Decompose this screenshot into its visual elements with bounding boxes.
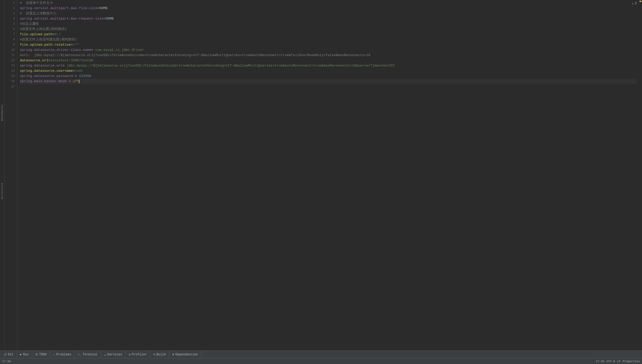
status-line-separator: LF <box>617 360 621 363</box>
run-icon: ▶ <box>20 353 22 356</box>
toolbar-item-git[interactable]: ⎇Git <box>0 351 17 358</box>
right-margin: ⚠ 2 <box>637 0 642 350</box>
toolbar-item-todo[interactable]: ☰TODO <box>32 351 50 358</box>
warning-badge: ⚠ 2 <box>632 1 637 5</box>
code-line-1[interactable]: # 设置单个文件大小 <box>20 1 637 6</box>
run-label: Run <box>23 353 29 356</box>
bookmarks-label[interactable]: Bookmarks <box>1 104 4 121</box>
code-area[interactable]: # 设置单个文件大小spring.servlet.multipart.max-f… <box>17 0 637 350</box>
line-number-13: 13 <box>5 63 15 68</box>
toolbar-item-services[interactable]: ☁Services <box>101 351 126 358</box>
line-number-6: 6 <box>5 27 15 32</box>
services-icon: ☁ <box>104 353 106 356</box>
profiler-icon: ◎ <box>129 353 131 356</box>
line-number-12: 12 <box>5 58 15 63</box>
status-bar: 17:30 17:35 UTF-8 LF Properties <box>0 358 642 364</box>
code-line-17[interactable]: spring.main.banner-mode = off <box>20 79 637 84</box>
code-line-4[interactable]: spring.servlet.multipart.max-request-siz… <box>20 16 637 21</box>
code-line-11[interactable]: spring.datasource.driver-class-name= com… <box>20 47 637 53</box>
line-number-5: 5 <box>5 21 15 27</box>
code-line-7[interactable]: #设置文件上传位置(绝对路径) <box>20 27 637 32</box>
terminal-label: Terminal <box>83 353 98 356</box>
code-line-13[interactable]: datasource.url=localhost:3306/testdb <box>20 58 637 63</box>
line-number-17: 17 <box>5 84 15 89</box>
line-number-8: 8 <box>5 37 15 42</box>
line-number-10: 10 <box>5 47 15 53</box>
services-label: Services <box>107 353 122 356</box>
code-line-12[interactable]: #url: jdbc:mysql://${datasource.url}?use… <box>20 53 637 58</box>
toolbar-item-run[interactable]: ▶Run <box>17 351 32 358</box>
line-number-15: 15 <box>5 74 15 79</box>
line-number-9: 9 <box>5 42 15 47</box>
line-number-16: 16 <box>5 79 15 84</box>
todo-label: TODO <box>39 353 47 356</box>
build-label: Build <box>156 353 166 356</box>
line-number-3: 3 <box>5 11 15 16</box>
git-label: Git <box>8 353 14 356</box>
status-encoding: UTF-8 <box>606 360 615 363</box>
left-sidebar: Bookmarks Structure <box>0 0 5 350</box>
status-column-info: 17:35 <box>596 360 604 363</box>
code-line-16[interactable]: spring.datasource.password-= 123456 <box>20 74 637 79</box>
toolbar-item-build[interactable]: ⚒Build <box>150 351 169 358</box>
profiler-label: Profiler <box>132 353 147 356</box>
todo-icon: ☰ <box>35 353 38 356</box>
status-right: 17:35 UTF-8 LF Properties <box>596 360 640 363</box>
bottom-toolbar: ⎇Git▶Run☰TODO⚠Problems>_Terminal☁Service… <box>0 350 642 358</box>
line-number-2: 2 <box>5 6 15 11</box>
git-icon: ⎇ <box>3 353 7 356</box>
build-icon: ⚒ <box>153 353 155 356</box>
code-line-2[interactable]: spring.servlet.multipart.max-file-size=5… <box>20 6 637 11</box>
toolbar-item-terminal[interactable]: >_Terminal <box>75 351 101 358</box>
dependencies-icon: ⊞ <box>172 353 174 356</box>
code-line-8[interactable]: file.upload.path=d:/ <box>20 32 637 37</box>
line-numbers: 1234567891011121314151617 <box>5 0 17 350</box>
status-time: 17:30 <box>2 360 11 363</box>
line-number-1: 1 <box>5 1 15 6</box>
line-number-7: 7 <box>5 32 15 37</box>
line-number-14: 14 <box>5 68 15 74</box>
code-line-15[interactable]: spring.datasource.username=root <box>20 68 637 74</box>
code-line-10[interactable]: file.upload.path.relative=/** <box>20 42 637 47</box>
toolbar-item-problems[interactable]: ⚠Problems <box>50 351 75 358</box>
terminal-icon: >_ <box>78 353 81 356</box>
status-file-type: Properties <box>623 360 640 363</box>
problems-icon: ⚠ <box>53 353 55 356</box>
warning-scroll-marker <box>639 1 641 2</box>
problems-label: Problems <box>56 353 71 356</box>
dependencies-label: Dependencies <box>175 353 198 356</box>
toolbar-item-profiler[interactable]: ◎Profiler <box>126 351 150 358</box>
status-left: 17:30 <box>2 360 11 363</box>
structure-label[interactable]: Structure <box>1 183 4 199</box>
code-line-9[interactable]: #设置文件上传后同显位置(相对路径) <box>20 37 637 42</box>
toolbar-item-dependencies[interactable]: ⊞Dependencies <box>169 351 201 358</box>
code-line-14[interactable]: spring.datasource.url= jdbc:mysql://${da… <box>20 63 637 68</box>
code-line-3[interactable]: # 设置总上传数据大小 <box>20 11 637 16</box>
line-number-11: 11 <box>5 53 15 58</box>
warning-count: 2 <box>635 2 637 5</box>
code-line-6[interactable]: #自定义属性 <box>20 21 637 27</box>
editor-container: Bookmarks Structure 12345678910111213141… <box>0 0 642 350</box>
line-number-4: 4 <box>5 16 15 21</box>
warning-icon: ⚠ <box>632 1 634 5</box>
